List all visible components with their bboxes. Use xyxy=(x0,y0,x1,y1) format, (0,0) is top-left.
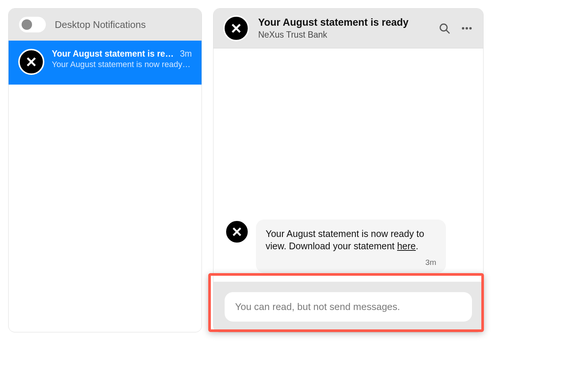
svg-point-4 xyxy=(469,27,472,30)
conversation-title-row: Your August statement is ready 3m xyxy=(52,49,192,59)
message-row: Your August statement is now ready to vi… xyxy=(225,219,472,273)
conversation-time: 3m xyxy=(180,49,192,59)
sender-avatar xyxy=(18,49,44,75)
svg-point-2 xyxy=(462,27,465,30)
more-horizontal-icon xyxy=(460,22,473,35)
more-button[interactable] xyxy=(460,22,473,35)
x-icon xyxy=(229,22,243,35)
conversation-title: Your August statement is ready xyxy=(52,49,175,59)
download-link[interactable]: here xyxy=(397,241,416,251)
main-title: Your August statement is ready xyxy=(258,17,429,28)
main-header-text: Your August statement is ready NeXus Tru… xyxy=(258,17,429,40)
search-icon xyxy=(438,22,451,35)
search-button[interactable] xyxy=(438,22,451,35)
conversation-preview: Your August statement is now ready … xyxy=(52,60,192,69)
conversation-text: Your August statement is ready 3m Your A… xyxy=(52,49,192,69)
message-input-readonly: You can read, but not send messages. xyxy=(225,292,472,322)
input-area: You can read, but not send messages. xyxy=(213,282,483,332)
svg-point-3 xyxy=(466,27,468,30)
toggle-knob xyxy=(22,19,32,30)
sidebar: Desktop Notifications Your August statem… xyxy=(8,8,202,332)
message-time: 3m xyxy=(266,258,436,267)
message-bubble: Your August statement is now ready to vi… xyxy=(256,219,446,273)
main-header: Your August statement is ready NeXus Tru… xyxy=(213,9,483,48)
main-panel: Your August statement is ready NeXus Tru… xyxy=(213,8,484,332)
messages-area: Your August statement is now ready to vi… xyxy=(213,48,483,282)
message-text: Your August statement is now ready to vi… xyxy=(266,228,436,253)
desktop-notifications-toggle[interactable] xyxy=(19,17,46,32)
x-icon xyxy=(25,55,38,69)
conversation-item[interactable]: Your August statement is ready 3m Your A… xyxy=(9,41,202,85)
main-sender-avatar xyxy=(223,15,249,41)
main-subtitle: NeXus Trust Bank xyxy=(258,30,429,40)
svg-line-1 xyxy=(446,30,449,33)
x-icon xyxy=(231,225,243,238)
desktop-notifications-label: Desktop Notifications xyxy=(55,19,146,31)
message-text-after: . xyxy=(416,241,418,251)
sidebar-header: Desktop Notifications xyxy=(9,9,202,41)
message-avatar xyxy=(225,219,249,244)
